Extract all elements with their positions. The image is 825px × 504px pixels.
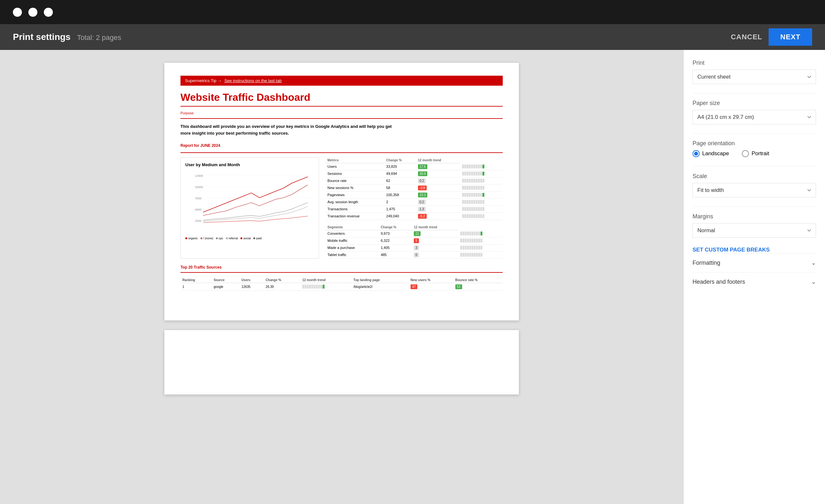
chart-title: User by Medium and Month	[185, 162, 314, 167]
traffic-header-bounce: Bounce rate %	[453, 277, 503, 283]
traffic-header-source: Source	[212, 277, 239, 283]
table-row: Converters 9,973 21	[325, 230, 503, 237]
landscape-radio-inner	[694, 152, 698, 156]
preview-area: Supermetrics Tip → See instructions on t…	[0, 50, 683, 504]
dashboard-title: Website Traffic Dashboard	[180, 91, 503, 103]
custom-breaks-link[interactable]: SET CUSTOM PAGE BREAKS	[692, 247, 816, 253]
formatting-section[interactable]: Formatting ⌄	[692, 253, 816, 272]
table-row: Transactions 1,475 1.3	[325, 205, 503, 213]
chevron-down-icon-2: ⌄	[811, 278, 816, 285]
landscape-option[interactable]: Landscape	[692, 150, 729, 157]
status-badge: -5.2	[418, 214, 427, 219]
table-row: Pageviews 100,358 23.3	[325, 191, 503, 198]
headers-footers-section[interactable]: Headers and footers ⌄	[692, 272, 816, 291]
svg-text:2500: 2500	[195, 219, 202, 223]
dashboard-description: This dashboard will provide you an overv…	[180, 123, 503, 137]
segments-col-header: Segments	[325, 225, 379, 230]
next-button[interactable]: NEXT	[769, 28, 812, 46]
svg-text:7500: 7500	[195, 197, 202, 200]
top-traffic-label: Top 20 Traffic Sources	[180, 265, 503, 269]
margins-select[interactable]: Normal Narrow Wide Custom	[692, 223, 816, 238]
panel-divider-3	[692, 166, 816, 167]
segments-change-header: Change %	[379, 225, 412, 230]
tip-link[interactable]: See instructions on the last tab	[224, 78, 282, 83]
portrait-radio-outer	[742, 150, 749, 157]
traffic-header-new-users: New users %	[408, 277, 453, 283]
table-row: New sessions % 58 -3.8	[325, 184, 503, 191]
header-bar: Print settings Total: 2 pages CANCEL NEX…	[0, 24, 825, 50]
legend-item-none: / (none)	[201, 237, 213, 240]
status-badge: 23.3	[418, 192, 427, 197]
segments-trend-header: 12 month trend	[412, 225, 458, 230]
legend-item-paid: paid	[253, 237, 262, 240]
metrics-right: Metrics Change % 12 month trend Users 33…	[325, 158, 503, 259]
traffic-header-users: Users	[239, 277, 264, 283]
status-badge: 0.2	[418, 178, 426, 183]
window-dot-1	[13, 8, 22, 17]
status-badge: 0	[414, 252, 419, 257]
scale-section: Scale Fit to width Fit to height Fit to …	[692, 173, 816, 197]
orientation-section: Page orientation Landscape Portrait	[692, 140, 816, 157]
paper-size-section: Paper size A4 (21.0 cm x 29.7 cm) Letter…	[692, 100, 816, 124]
svg-text:12500: 12500	[195, 174, 203, 177]
print-select[interactable]: Current sheet All sheets Selected cells	[692, 70, 816, 84]
status-badge: 47	[410, 284, 417, 289]
header-right: CANCEL NEXT	[731, 28, 812, 46]
traffic-header-landing: Top landing page	[352, 277, 408, 283]
panel-divider-2	[692, 133, 816, 134]
margins-label: Margins	[692, 213, 816, 220]
table-row: Tablet traffic 485 0	[325, 251, 503, 258]
table-row: Bounce rate 62 0.2	[325, 177, 503, 184]
legend-item-social: social	[240, 237, 251, 240]
orientation-row: Landscape Portrait	[692, 150, 816, 157]
segments-table: Segments Change % 12 month trend Convert…	[325, 225, 503, 259]
supermetrics-tip: Supermetrics Tip → See instructions on t…	[180, 76, 503, 86]
traffic-header-ranking: Ranking	[180, 277, 212, 283]
table-row: Users 33,825 17.6	[325, 163, 503, 170]
page-preview-1: Supermetrics Tip → See instructions on t…	[164, 63, 519, 320]
formatting-label: Formatting	[692, 260, 720, 266]
scale-select[interactable]: Fit to width Fit to height Fit to page N…	[692, 183, 816, 197]
metrics-table: Metrics Change % 12 month trend Users 33…	[325, 158, 503, 220]
status-badge: 21	[414, 231, 421, 236]
print-section: Print Current sheet All sheets Selected …	[692, 60, 816, 84]
page-title: Print settings	[13, 32, 71, 42]
chart-placeholder: 12500 10000 7500 5000 2500	[185, 170, 314, 235]
status-badge: 0.2	[418, 200, 426, 204]
legend-item-organic: organic	[185, 237, 198, 240]
purpose-divider	[180, 118, 503, 119]
table-row: Mobile traffic 6,322 5	[325, 237, 503, 244]
table-row: Transaction revenue 249,040 -5.2	[325, 213, 503, 220]
metrics-trend-header: 12 month trend	[416, 158, 460, 163]
paper-size-select[interactable]: A4 (21.0 cm x 29.7 cm) Letter Legal	[692, 110, 816, 124]
table-row: 1 google 12635 26.39	[180, 283, 503, 290]
header-left: Print settings Total: 2 pages	[13, 32, 121, 42]
report-label: Report for JUNE 2024	[180, 143, 503, 148]
page-subtitle: Total: 2 pages	[77, 33, 121, 42]
portrait-option[interactable]: Portrait	[742, 150, 769, 157]
chart-container: User by Medium and Month 12500 10000 750…	[180, 158, 319, 259]
traffic-header-change: Change %	[264, 277, 300, 283]
traffic-header-trend: 12 month trend	[300, 277, 352, 283]
svg-text:5000: 5000	[195, 208, 202, 211]
margins-section: Margins Normal Narrow Wide Custom	[692, 213, 816, 238]
chevron-down-icon: ⌄	[811, 259, 816, 266]
main-content: Supermetrics Tip → See instructions on t…	[0, 50, 825, 504]
status-badge: 20.9	[418, 171, 427, 176]
cancel-button[interactable]: CANCEL	[731, 33, 762, 41]
legend-item-cpc: cpc	[216, 237, 223, 240]
charts-section: User by Medium and Month 12500 10000 750…	[180, 158, 503, 259]
headers-footers-label: Headers and footers	[692, 278, 745, 285]
right-panel: Print Current sheet All sheets Selected …	[683, 50, 825, 504]
metrics-col-header: Metrics	[325, 158, 384, 163]
table-row: Sessions 49,694 20.9	[325, 170, 503, 177]
print-label: Print	[692, 60, 816, 66]
traffic-divider	[180, 272, 503, 273]
purpose-label: Purpose	[180, 111, 503, 115]
window-dot-2	[28, 8, 38, 17]
chart-svg: 12500 10000 7500 5000 2500	[185, 170, 314, 235]
table-row: Avg. session length 2 0.2	[325, 198, 503, 205]
status-badge: 53	[455, 284, 462, 289]
metrics-change-header: Change %	[384, 158, 416, 163]
svg-text:10000: 10000	[195, 185, 203, 189]
